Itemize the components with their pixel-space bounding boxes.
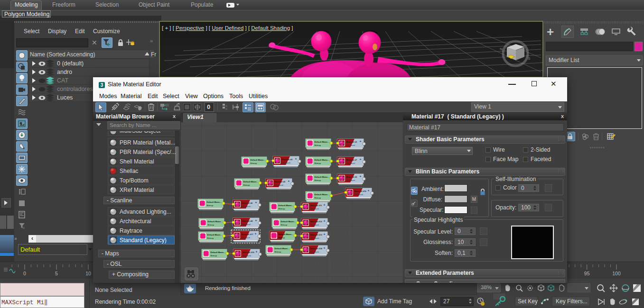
svg-text:Bitmap: Bitmap <box>315 197 321 199</box>
svg-text:+: + <box>324 233 326 236</box>
svg-text:5: 5 <box>55 271 58 276</box>
svg-text:Standard...: Standard... <box>346 162 356 164</box>
svg-text:+: + <box>360 158 362 161</box>
svg-text:Bitmap: Bitmap <box>207 237 214 239</box>
svg-text:Material #5: Material #5 <box>275 181 286 183</box>
svg-text:Default Mater...: Default Mater... <box>211 251 225 254</box>
svg-text:Default Mater...: Default Mater... <box>315 176 329 178</box>
svg-text:[ + ] [ Perspective ] [ User D: [ + ] [ Perspective ] [ User Defined ] [… <box>162 25 293 31</box>
svg-text:Bitmap: Bitmap <box>211 254 217 257</box>
svg-text:Bitmap: Bitmap <box>315 162 321 164</box>
svg-text:100: 100 <box>612 271 621 276</box>
svg-text:Standard...: Standard... <box>242 205 252 208</box>
svg-text:Default Mater...: Default Mater... <box>243 181 258 183</box>
svg-text:Material #8: Material #8 <box>242 220 253 222</box>
svg-text:10: 10 <box>85 271 91 276</box>
svg-text:+: + <box>360 140 362 143</box>
svg-text:Default Mater...: Default Mater... <box>315 141 329 143</box>
svg-text:Material #3: Material #3 <box>346 141 357 143</box>
svg-text:+: + <box>255 219 257 222</box>
svg-text:+: + <box>255 232 257 236</box>
svg-text:Material #6: Material #6 <box>242 202 253 204</box>
svg-text:Standard...: Standard... <box>346 179 356 181</box>
svg-text:Bitmap: Bitmap <box>315 179 321 181</box>
svg-text:Bitmap: Bitmap <box>207 204 214 207</box>
svg-text:Default Mater...: Default Mater... <box>279 204 293 207</box>
svg-text:Standard...: Standard... <box>242 223 252 226</box>
svg-text:Bitmap: Bitmap <box>243 184 250 186</box>
svg-text:Bitmap: Bitmap <box>315 144 321 146</box>
svg-text:Default Mater...: Default Mater... <box>275 247 289 250</box>
svg-text:Material #16: Material #16 <box>243 251 255 254</box>
svg-text:Standard...: Standard... <box>282 162 292 164</box>
svg-text:Standard...: Standard... <box>346 144 356 146</box>
svg-text:+: + <box>324 219 326 223</box>
svg-text:Standard...: Standard... <box>355 193 364 196</box>
svg-text:Material #11: Material #11 <box>310 204 322 207</box>
svg-text:Material #9: Material #9 <box>346 176 357 178</box>
svg-text:Default Mater...: Default Mater... <box>207 201 222 203</box>
svg-text:+: + <box>368 189 370 192</box>
svg-text:Material #17: Material #17 <box>242 233 254 236</box>
svg-text:+: + <box>295 157 297 161</box>
svg-text:Default Mater...: Default Mater... <box>315 193 329 196</box>
svg-text:Standard...: Standard... <box>310 224 320 226</box>
svg-text:Material #12: Material #12 <box>310 220 323 223</box>
svg-text:+: + <box>288 180 290 183</box>
svg-text:Default Mater...: Default Mater... <box>281 220 296 223</box>
svg-text:S: S <box>528 56 530 61</box>
svg-text:+: + <box>324 203 326 207</box>
svg-text:Default Mater...: Default Mater... <box>279 233 293 236</box>
svg-text:Standard...: Standard... <box>310 208 320 210</box>
svg-text:Standard...: Standard... <box>242 236 252 239</box>
svg-text:Material #14: Material #14 <box>310 247 323 250</box>
svg-text:Material #2: Material #2 <box>282 158 293 161</box>
svg-text:+: + <box>255 201 257 204</box>
svg-text:Material #7: Material #7 <box>346 159 357 161</box>
svg-text:95: 95 <box>584 271 590 276</box>
svg-text:N: N <box>500 47 503 51</box>
svg-text:+: + <box>324 246 326 250</box>
svg-text:Default Mater...: Default Mater... <box>315 159 329 161</box>
svg-text:Bitmap: Bitmap <box>279 208 285 210</box>
svg-text:Bitmap: Bitmap <box>279 236 285 239</box>
svg-text:+: + <box>360 175 362 178</box>
svg-text:Standard...: Standard... <box>275 184 285 186</box>
svg-text:Standard...: Standard... <box>310 251 320 253</box>
svg-text:Standard...: Standard... <box>310 237 320 239</box>
svg-text:+: + <box>256 250 258 254</box>
svg-text:Material #13: Material #13 <box>310 234 323 236</box>
svg-text:Default Mater...: Default Mater... <box>251 159 265 161</box>
svg-text:Bitmap: Bitmap <box>251 162 257 164</box>
svg-text:Material #10: Material #10 <box>355 190 367 192</box>
svg-text:Default Mater...: Default Mater... <box>208 220 223 223</box>
svg-text:0: 0 <box>23 271 26 276</box>
svg-text:Bitmap: Bitmap <box>275 251 281 253</box>
svg-text:Bitmap: Bitmap <box>281 224 288 226</box>
svg-text:Default Mater...: Default Mater... <box>207 234 222 236</box>
svg-text:Standard...: Standard... <box>243 254 252 257</box>
svg-text:Bitmap: Bitmap <box>208 224 215 226</box>
